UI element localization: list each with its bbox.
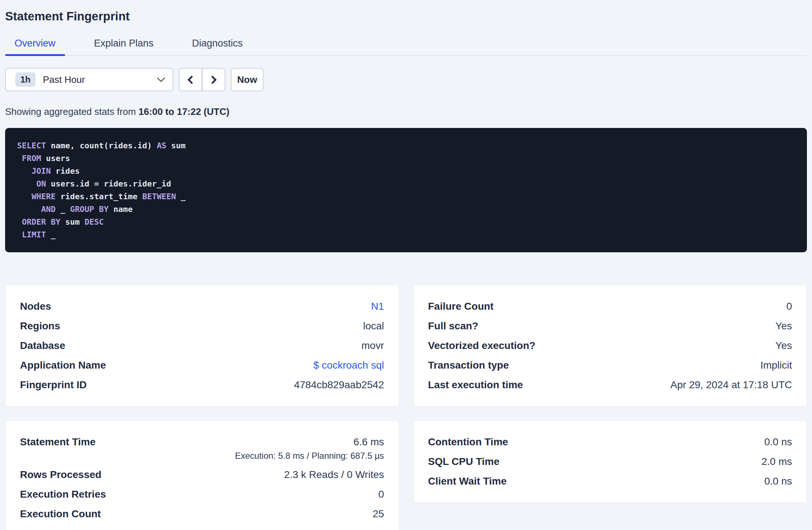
execution-attributes-card: Failure Count0Full scan?YesVectorized ex… bbox=[413, 285, 807, 406]
card-row: NodesN1 bbox=[20, 301, 384, 312]
row-value: Yes bbox=[775, 320, 792, 332]
card-row: Contention Time0.0 ns bbox=[428, 436, 792, 448]
row-label: Database bbox=[20, 340, 65, 352]
row-label: Vectorized execution? bbox=[428, 340, 536, 352]
aggregated-stats-range: 16:00 to 17:22 (UTC) bbox=[138, 106, 229, 117]
summary-cards-row-1: NodesN1RegionslocalDatabasemovrApplicati… bbox=[5, 285, 807, 406]
card-row: SQL CPU Time2.0 ms bbox=[428, 456, 792, 467]
row-label: Application Name bbox=[20, 360, 106, 371]
sql-statement-code: SELECT name, count(rides.id) AS sum FROM… bbox=[17, 139, 795, 241]
card-row: Vectorized execution?Yes bbox=[428, 340, 792, 352]
row-label: Transaction type bbox=[428, 360, 509, 371]
row-label: Nodes bbox=[20, 301, 51, 312]
aggregated-stats-line: Showing aggregated stats from 16:00 to 1… bbox=[5, 106, 807, 117]
tab-overview[interactable]: Overview bbox=[5, 38, 65, 55]
row-value: Apr 29, 2024 at 17:18 UTC bbox=[670, 379, 792, 391]
card-row: Application Name$ cockroach sql bbox=[20, 360, 384, 371]
row-value: 2.3 k Reads / 0 Writes bbox=[284, 469, 384, 481]
card-row: Rows Processed2.3 k Reads / 0 Writes bbox=[20, 469, 384, 481]
row-label: Full scan? bbox=[428, 320, 478, 332]
row-value: 0 bbox=[786, 301, 792, 312]
row-value: 2.0 ms bbox=[761, 456, 792, 467]
statement-details-card: NodesN1RegionslocalDatabasemovrApplicati… bbox=[5, 285, 399, 406]
time-nav-buttons bbox=[179, 68, 225, 91]
sql-line: ON users.id = rides.rider_id bbox=[17, 177, 795, 190]
time-range-badge: 1h bbox=[15, 72, 36, 87]
row-label: Statement Time bbox=[20, 436, 96, 448]
wait-time-card: Contention Time0.0 nsSQL CPU Time2.0 msC… bbox=[413, 421, 807, 503]
page-title: Statement Fingerprint bbox=[5, 9, 807, 23]
row-value: movr bbox=[361, 340, 384, 352]
statement-time-card: Statement Time6.6 msExecution: 5.8 ms / … bbox=[5, 421, 399, 530]
row-value: 0 bbox=[378, 489, 384, 500]
row-value: Yes bbox=[775, 340, 792, 352]
row-value-link[interactable]: $ cockroach sql bbox=[313, 360, 384, 371]
sql-line: AND _ GROUP BY name bbox=[17, 203, 795, 216]
prev-time-button[interactable] bbox=[180, 69, 202, 91]
summary-cards-row-2: Statement Time6.6 msExecution: 5.8 ms / … bbox=[5, 421, 807, 530]
statement-fingerprint-page: Statement Fingerprint OverviewExplain Pl… bbox=[0, 0, 812, 530]
row-label: SQL CPU Time bbox=[428, 456, 500, 467]
card-row: Client Wait Time0.0 ns bbox=[428, 475, 792, 487]
card-row: Full scan?Yes bbox=[428, 320, 792, 332]
row-value: local bbox=[363, 320, 384, 332]
row-value-link[interactable]: N1 bbox=[371, 301, 384, 312]
card-row: Execution Count25 bbox=[20, 508, 384, 520]
card-row: Last execution timeApr 29, 2024 at 17:18… bbox=[428, 379, 792, 391]
tab-explain-plans[interactable]: Explain Plans bbox=[85, 38, 163, 55]
sql-line: JOIN rides bbox=[17, 165, 795, 177]
row-value: 0.0 ns bbox=[764, 475, 792, 487]
now-button[interactable]: Now bbox=[231, 68, 264, 91]
aggregated-stats-prefix: Showing aggregated stats from bbox=[5, 106, 138, 117]
chevron-right-icon bbox=[208, 75, 217, 84]
card-row: Databasemovr bbox=[20, 340, 384, 352]
row-value-group: 6.6 msExecution: 5.8 ms / Planning: 687.… bbox=[235, 436, 384, 461]
tab-diagnostics[interactable]: Diagnostics bbox=[182, 38, 252, 55]
time-range-label: Past Hour bbox=[43, 74, 158, 85]
sql-statement-box: SELECT name, count(rides.id) AS sum FROM… bbox=[5, 128, 807, 252]
card-row: Failure Count0 bbox=[428, 301, 792, 312]
next-time-button[interactable] bbox=[202, 69, 225, 91]
row-label: Last execution time bbox=[428, 379, 523, 391]
sql-line: ORDER BY sum DESC bbox=[17, 216, 795, 228]
row-label: Execution Count bbox=[20, 508, 101, 520]
row-value: 4784cb829aab2542 bbox=[294, 379, 384, 391]
sql-line: WHERE rides.start_time BETWEEN _ bbox=[17, 190, 795, 203]
card-row: Statement Time6.6 msExecution: 5.8 ms / … bbox=[20, 436, 384, 461]
row-label: Execution Retries bbox=[20, 489, 106, 500]
row-label: Client Wait Time bbox=[428, 475, 507, 487]
row-label: Regions bbox=[20, 320, 60, 332]
chevron-left-icon bbox=[187, 75, 196, 84]
row-value: 25 bbox=[373, 508, 384, 520]
time-controls: 1h Past Hour Now bbox=[5, 68, 807, 91]
row-value: 6.6 ms bbox=[235, 436, 384, 448]
row-subvalue: Execution: 5.8 ms / Planning: 687.5 µs bbox=[235, 451, 384, 461]
time-range-dropdown[interactable]: 1h Past Hour bbox=[5, 68, 173, 91]
sql-line: LIMIT _ bbox=[17, 228, 795, 241]
row-label: Rows Processed bbox=[20, 469, 101, 481]
card-row: Transaction typeImplicit bbox=[428, 360, 792, 371]
card-row: Regionslocal bbox=[20, 320, 384, 332]
row-value: 0.0 ns bbox=[764, 436, 792, 448]
sql-line: SELECT name, count(rides.id) AS sum bbox=[17, 139, 795, 152]
row-value: Implicit bbox=[760, 360, 792, 371]
row-label: Fingerprint ID bbox=[20, 379, 87, 391]
sql-line: FROM users bbox=[17, 152, 795, 165]
card-row: Execution Retries0 bbox=[20, 489, 384, 500]
row-label: Contention Time bbox=[428, 436, 508, 448]
card-row: Fingerprint ID4784cb829aab2542 bbox=[20, 379, 384, 391]
tab-bar: OverviewExplain PlansDiagnostics bbox=[5, 38, 807, 56]
chevron-down-icon bbox=[157, 74, 165, 83]
row-label: Failure Count bbox=[428, 301, 494, 312]
